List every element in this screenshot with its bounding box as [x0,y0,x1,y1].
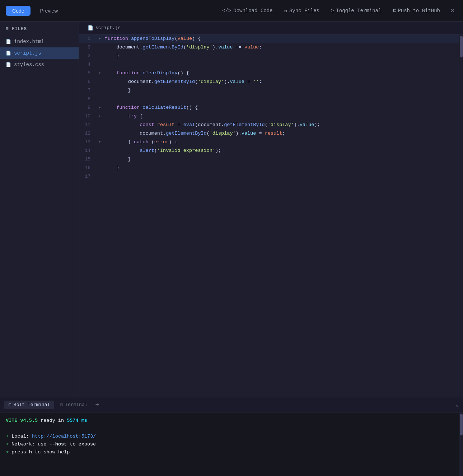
terminal-tab-regular[interactable]: ⊡ Terminal [56,401,92,409]
line-code-16: } [105,164,459,172]
terminal-line-local: ➜ Local: http://localhost:5173/ [6,433,453,440]
line-code-13: } catch (error) { [105,138,459,146]
code-line-11: 11 const result = eval(document.getEleme… [79,121,459,129]
toggle-terminal-button[interactable]: ≥ Toggle Terminal [327,6,385,16]
line-code-3: } [105,52,459,60]
code-line-3: 3 } [79,52,459,60]
line-number-10: 10 [79,112,96,120]
line-code-1: function appendToDisplay(value) { [105,35,459,43]
terminal-content[interactable]: VITE v4.5.5 ready in 5574 ms ➜ Local: ht… [0,412,459,476]
line-number-11: 11 [79,121,96,129]
terminal-section: ⊡ Bolt Terminal ⊡ Terminal + ⌄ VITE v4.5… [0,397,463,476]
terminal-tab-icon-regular: ⊡ [60,402,63,408]
sync-icon: ↻ [284,8,287,14]
line-code-10: try { [105,112,459,120]
github-icon: ⑆ [393,8,396,14]
download-icon: </> [222,8,231,14]
code-line-12: 12 document.getElementById('display').va… [79,129,459,138]
terminal-icon: ≥ [331,8,334,14]
line-number-2: 2 [79,43,96,51]
editor-tab-bar: 📄 script.js [79,22,463,34]
tab-preview[interactable]: Preview [33,6,64,16]
add-terminal-button[interactable]: + [93,401,102,409]
line-arrow-10: ▾ [96,112,103,120]
editor-tab-script-js: 📄 script.js [83,24,125,32]
line-arrow-1: ▾ [96,35,103,43]
line-code-11: const result = eval(document.getElementB… [105,121,459,129]
terminal-line-help: ➜ press h to show help [6,448,453,456]
terminal-tab-bolt[interactable]: ⊡ Bolt Terminal [4,401,54,409]
sidebar-item-index-html[interactable]: 📄 index.html [0,36,79,47]
sidebar-item-styles-css[interactable]: 📄 styles.css [0,59,79,70]
terminal-scrollbar[interactable] [459,412,463,476]
line-number-9: 9 [79,104,96,112]
code-line-2: 2 document.getElementById('display').val… [79,43,459,52]
line-code-14: alert('Invalid expression'); [105,147,459,155]
line-number-15: 15 [79,155,96,163]
download-code-button[interactable]: </> Download Code [218,6,277,16]
line-number-7: 7 [79,87,96,94]
sidebar-item-script-js[interactable]: 📄 script.js [0,47,79,59]
code-line-1: 1▾function appendToDisplay(value) { [79,34,459,43]
editor-area: ⊞ Files 📄 index.html 📄 script.js 📄 style… [0,22,463,397]
line-number-16: 16 [79,164,96,172]
line-number-6: 6 [79,78,96,86]
code-line-13: 13▾ } catch (error) { [79,138,459,146]
code-line-7: 7 } [79,86,459,95]
line-number-1: 1 [79,35,96,43]
push-github-button[interactable]: ⑆ Push to GitHub [388,6,444,16]
line-code-9: function calculateResult() { [105,104,459,112]
code-editor: 📄 script.js 1▾function appendToDisplay(v… [79,22,463,397]
code-line-17: 17 [79,172,459,181]
file-icon-js: 📄 [6,51,11,56]
terminal-line-network: ➜ Network: use --host to expose [6,440,453,448]
line-code-5: function clearDisplay() { [105,69,459,77]
line-number-14: 14 [79,147,96,155]
line-arrow-13: ▾ [96,138,103,146]
terminal-tab-icon-bolt: ⊡ [9,402,11,408]
terminal-line-blank [6,425,453,433]
code-line-15: 15 } [79,155,459,164]
file-icon-html: 📄 [6,39,11,45]
line-number-17: 17 [79,173,96,181]
code-content[interactable]: 1▾function appendToDisplay(value) {2 doc… [79,34,459,397]
scrollbar-thumb[interactable] [460,36,463,57]
files-icon: ⊞ [6,26,9,32]
code-line-6: 6 document.getElementById('display').val… [79,78,459,86]
code-line-8: 8 [79,95,459,103]
line-code-15: } [105,155,459,163]
toolbar: Code Preview </> Download Code ↻ Sync Fi… [0,0,463,22]
code-line-9: 9▾ function calculateResult() { [79,103,459,112]
tab-code[interactable]: Code [6,6,31,16]
code-line-16: 16 } [79,164,459,172]
editor-scrollbar[interactable] [459,34,463,397]
terminal-tab-bar: ⊡ Bolt Terminal ⊡ Terminal + ⌄ [0,397,463,412]
terminal-line-vite: VITE v4.5.5 ready in 5574 ms [6,417,453,425]
code-line-5: 5▾ function clearDisplay() { [79,69,459,78]
code-line-10: 10▾ try { [79,112,459,121]
file-icon-css: 📄 [6,62,11,67]
line-code-7: } [105,87,459,94]
terminal-expand[interactable]: ⌄ [456,402,459,408]
main-layout: ⊞ Files 📄 index.html 📄 script.js 📄 style… [0,22,463,476]
sidebar: ⊞ Files 📄 index.html 📄 script.js 📄 style… [0,22,79,397]
line-code-2: document.getElementById('display').value… [105,43,459,51]
line-number-8: 8 [79,95,96,103]
tab-file-icon: 📄 [88,25,93,31]
sync-files-button[interactable]: ↻ Sync Files [280,5,323,16]
code-line-14: 14 alert('Invalid expression'); [79,146,459,155]
line-number-12: 12 [79,130,96,137]
close-icon: ✕ [450,7,455,15]
line-code-6: document.getElementById('display').value… [105,78,459,86]
line-number-3: 3 [79,52,96,60]
line-number-5: 5 [79,69,96,77]
line-number-13: 13 [79,138,96,146]
close-button[interactable]: ✕ [447,6,457,16]
line-number-4: 4 [79,61,96,69]
code-line-4: 4 [79,60,459,69]
line-arrow-5: ▾ [96,69,103,77]
line-arrow-9: ▾ [96,104,103,112]
sidebar-header: ⊞ Files [0,22,79,36]
line-code-12: document.getElementById('display').value… [105,130,459,137]
terminal-scrollbar-thumb[interactable] [460,414,463,435]
